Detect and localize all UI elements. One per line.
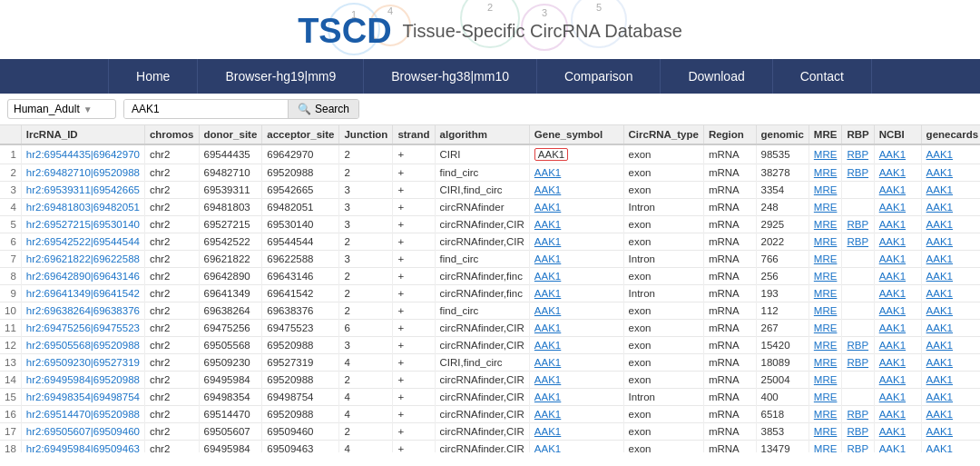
cell-genecards[interactable]: AAK1 (921, 441, 980, 453)
cell-gene-symbol[interactable]: AAK1 (529, 372, 623, 389)
cell-circRNA-id[interactable]: hr2:69495984|69520988 (21, 372, 144, 389)
cell-gene-symbol[interactable]: AAK1 (529, 423, 623, 441)
cell-ncbi[interactable]: AAK1 (874, 406, 921, 423)
cell-genecards[interactable]: AAK1 (921, 285, 980, 302)
cell-circRNA-id[interactable]: hr2:69481803|69482051 (21, 199, 144, 216)
cell-gene-symbol[interactable]: AAK1 (529, 302, 623, 320)
cell-circRNA-id[interactable]: hr2:69482710|69520988 (21, 164, 144, 182)
organism-dropdown[interactable]: Human_Adult ▼ (7, 99, 116, 119)
cell-ncbi[interactable]: AAK1 (874, 164, 921, 182)
cell-rbp[interactable]: RBP (842, 164, 874, 182)
cell-genecards[interactable]: AAK1 (921, 182, 980, 199)
cell-genecards[interactable]: AAK1 (921, 216, 980, 233)
cell-mre[interactable]: MRE (808, 251, 842, 268)
cell-rbp[interactable]: RBP (842, 441, 874, 453)
cell-circRNA-id[interactable]: hr2:69638264|69638376 (21, 302, 144, 320)
cell-circRNA-id[interactable]: hr2:69642890|69643146 (21, 268, 144, 285)
cell-rbp[interactable]: RBP (842, 337, 874, 354)
cell-gene-symbol[interactable]: AAK1 (529, 285, 623, 302)
cell-gene-symbol[interactable]: AAK1 (529, 406, 623, 423)
cell-mre[interactable]: MRE (808, 285, 842, 302)
cell-circRNA-id[interactable]: hr2:69495984|69509463 (21, 441, 144, 453)
cell-mre[interactable]: MRE (808, 372, 842, 389)
cell-rbp[interactable]: RBP (842, 406, 874, 423)
cell-circRNA-id[interactable]: hr2:69527215|69530140 (21, 216, 144, 233)
cell-mre[interactable]: MRE (808, 441, 842, 453)
cell-rbp[interactable]: RBP (842, 233, 874, 251)
cell-gene-symbol[interactable]: AAK1 (529, 144, 623, 164)
search-input[interactable] (124, 100, 288, 118)
cell-ncbi[interactable]: AAK1 (874, 144, 921, 164)
search-button[interactable]: 🔍 Search (288, 100, 358, 118)
cell-rbp[interactable]: RBP (842, 144, 874, 164)
cell-mre[interactable]: MRE (808, 164, 842, 182)
cell-rbp[interactable]: RBP (842, 354, 874, 372)
cell-circRNA-id[interactable]: hr2:69505607|69509460 (21, 423, 144, 441)
cell-mre[interactable]: MRE (808, 406, 842, 423)
cell-mre[interactable]: MRE (808, 354, 842, 372)
nav-comparison[interactable]: Comparison (537, 59, 661, 94)
cell-mre[interactable]: MRE (808, 216, 842, 233)
cell-genecards[interactable]: AAK1 (921, 302, 980, 320)
cell-mre[interactable]: MRE (808, 144, 842, 164)
cell-genecards[interactable]: AAK1 (921, 372, 980, 389)
cell-ncbi[interactable]: AAK1 (874, 337, 921, 354)
cell-gene-symbol[interactable]: AAK1 (529, 251, 623, 268)
cell-mre[interactable]: MRE (808, 423, 842, 441)
cell-genecards[interactable]: AAK1 (921, 233, 980, 251)
cell-ncbi[interactable]: AAK1 (874, 354, 921, 372)
cell-gene-symbol[interactable]: AAK1 (529, 320, 623, 337)
cell-genecards[interactable]: AAK1 (921, 354, 980, 372)
cell-ncbi[interactable]: AAK1 (874, 372, 921, 389)
cell-genecards[interactable]: AAK1 (921, 164, 980, 182)
cell-ncbi[interactable]: AAK1 (874, 320, 921, 337)
cell-gene-symbol[interactable]: AAK1 (529, 389, 623, 406)
cell-circRNA-id[interactable]: hr2:69539311|69542665 (21, 182, 144, 199)
cell-genecards[interactable]: AAK1 (921, 337, 980, 354)
cell-genecards[interactable]: AAK1 (921, 251, 980, 268)
cell-circRNA-id[interactable]: hr2:69641349|69641542 (21, 285, 144, 302)
cell-circRNA-id[interactable]: hr2:69621822|69622588 (21, 251, 144, 268)
nav-browser-hg38[interactable]: Browser-hg38|mm10 (364, 59, 537, 94)
cell-circRNA-id[interactable]: hr2:69505568|69520988 (21, 337, 144, 354)
cell-circRNA-id[interactable]: hr2:69509230|69527319 (21, 354, 144, 372)
cell-ncbi[interactable]: AAK1 (874, 389, 921, 406)
cell-rbp[interactable]: RBP (842, 423, 874, 441)
cell-genecards[interactable]: AAK1 (921, 268, 980, 285)
cell-rbp[interactable]: RBP (842, 216, 874, 233)
cell-gene-symbol[interactable]: AAK1 (529, 182, 623, 199)
cell-genecards[interactable]: AAK1 (921, 199, 980, 216)
cell-genecards[interactable]: AAK1 (921, 144, 980, 164)
cell-genecards[interactable]: AAK1 (921, 406, 980, 423)
cell-gene-symbol[interactable]: AAK1 (529, 354, 623, 372)
cell-gene-symbol[interactable]: AAK1 (529, 164, 623, 182)
cell-ncbi[interactable]: AAK1 (874, 251, 921, 268)
cell-ncbi[interactable]: AAK1 (874, 285, 921, 302)
cell-gene-symbol[interactable]: AAK1 (529, 199, 623, 216)
cell-genecards[interactable]: AAK1 (921, 320, 980, 337)
cell-genecards[interactable]: AAK1 (921, 389, 980, 406)
cell-mre[interactable]: MRE (808, 233, 842, 251)
nav-browser-hg19[interactable]: Browser-hg19|mm9 (198, 59, 364, 94)
cell-circRNA-id[interactable]: hr2:69514470|69520988 (21, 406, 144, 423)
cell-gene-symbol[interactable]: AAK1 (529, 216, 623, 233)
cell-ncbi[interactable]: AAK1 (874, 441, 921, 453)
cell-genecards[interactable]: AAK1 (921, 423, 980, 441)
nav-download[interactable]: Download (661, 59, 772, 94)
cell-circRNA-id[interactable]: hr2:69544435|69642970 (21, 144, 144, 164)
nav-home[interactable]: Home (108, 59, 198, 94)
cell-mre[interactable]: MRE (808, 182, 842, 199)
cell-ncbi[interactable]: AAK1 (874, 216, 921, 233)
cell-ncbi[interactable]: AAK1 (874, 233, 921, 251)
cell-gene-symbol[interactable]: AAK1 (529, 337, 623, 354)
cell-mre[interactable]: MRE (808, 337, 842, 354)
cell-gene-symbol[interactable]: AAK1 (529, 233, 623, 251)
cell-mre[interactable]: MRE (808, 320, 842, 337)
nav-contact[interactable]: Contact (773, 59, 872, 94)
cell-circRNA-id[interactable]: hr2:69498354|69498754 (21, 389, 144, 406)
cell-mre[interactable]: MRE (808, 302, 842, 320)
cell-circRNA-id[interactable]: hr2:69475256|69475523 (21, 320, 144, 337)
cell-circRNA-id[interactable]: hr2:69542522|69544544 (21, 233, 144, 251)
cell-ncbi[interactable]: AAK1 (874, 423, 921, 441)
cell-ncbi[interactable]: AAK1 (874, 182, 921, 199)
